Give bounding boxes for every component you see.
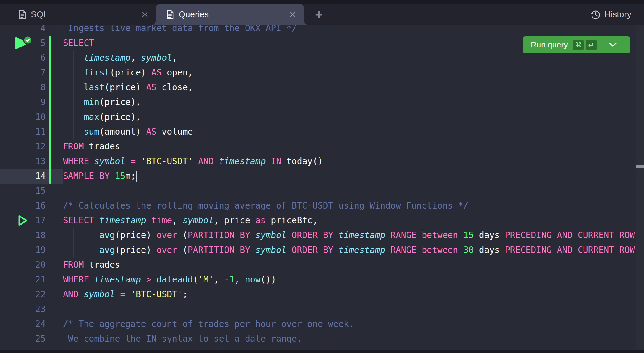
code-token xyxy=(416,230,422,240)
line-number: 6 xyxy=(0,51,46,65)
code-token: 15 xyxy=(115,171,126,181)
code-line[interactable] xyxy=(63,302,636,317)
close-icon[interactable] xyxy=(142,11,148,18)
code-line[interactable]: avg(price) over (PARTITION BY symbol ORD… xyxy=(63,243,636,258)
code-token xyxy=(214,156,219,166)
code-line[interactable]: first(price) AS open, xyxy=(63,65,636,80)
indent-guide xyxy=(94,228,94,243)
code-line[interactable]: WHERE symbol = 'BTC-USDT' AND timestamp … xyxy=(63,154,636,169)
code-line[interactable]: /* The aggregate count of trades per hou… xyxy=(63,317,636,331)
indent-guide xyxy=(63,228,63,243)
code-token: symbol xyxy=(255,230,287,240)
code-token: ORDER BY xyxy=(292,245,333,255)
code-token: between xyxy=(422,230,458,240)
code-line[interactable]: SAMPLE BY 15m; xyxy=(63,169,636,184)
code-token xyxy=(287,230,292,240)
code-line[interactable]: min(price), xyxy=(63,95,636,110)
code-token: , xyxy=(234,274,245,285)
code-line[interactable] xyxy=(63,184,636,198)
code-token xyxy=(193,156,198,166)
code-token: sum xyxy=(84,127,99,137)
code-token xyxy=(416,245,422,255)
code-token: 15 xyxy=(463,230,474,240)
code-token xyxy=(136,156,141,166)
indent-guide xyxy=(63,51,63,65)
tab-queries[interactable]: Queries xyxy=(156,4,304,25)
new-tab-button[interactable] xyxy=(311,4,326,25)
code-token: (amount) xyxy=(99,127,146,137)
code-token: timestamp xyxy=(338,245,385,255)
line-number: 13 xyxy=(0,154,46,169)
run-query-label: Run query xyxy=(531,40,568,50)
code-token: (price) xyxy=(110,67,151,78)
code-token: ; xyxy=(183,289,188,299)
code-token: AS xyxy=(146,82,157,92)
tab-sql[interactable]: SQL xyxy=(0,4,156,25)
code-line[interactable]: AND symbol = 'BTC-USDT'; xyxy=(63,287,636,302)
code-token: RANGE xyxy=(390,245,416,255)
code-token: days xyxy=(474,245,505,255)
code-token: 'M' xyxy=(198,274,214,285)
code-line[interactable]: avg(price) over (PARTITION BY symbol ORD… xyxy=(63,228,636,243)
run-marker-play-icon[interactable] xyxy=(16,213,28,229)
code-token xyxy=(94,171,99,181)
indent-guide xyxy=(73,110,74,124)
code-token: FROM xyxy=(63,141,84,152)
code-token: = xyxy=(130,156,136,166)
code-token: m; xyxy=(125,171,136,181)
code-token xyxy=(333,245,339,255)
close-icon[interactable] xyxy=(289,11,296,18)
code-token xyxy=(385,230,390,240)
vertical-scrollbar-thumb[interactable] xyxy=(636,165,644,168)
code-line[interactable]: We combine the IN syntax to set a date r… xyxy=(63,331,636,346)
code-line[interactable]: sum(amount) AS volume xyxy=(63,124,636,139)
indent-guide xyxy=(63,80,63,95)
code-token: (price) xyxy=(105,82,146,92)
code-token: /* The aggregate count of trades per hou… xyxy=(63,319,354,329)
code-token: We combine the IN syntax to set a date r… xyxy=(68,334,302,344)
code-token: AND xyxy=(198,156,214,166)
code-token: (price), xyxy=(99,97,141,107)
code-token xyxy=(250,230,255,240)
code-line[interactable]: last(price) AS close, xyxy=(63,80,636,95)
code-line[interactable]: FROM trades xyxy=(63,258,636,272)
code-line[interactable]: FROM trades xyxy=(63,139,636,154)
code-line[interactable]: SELECT timestamp time, symbol, price as … xyxy=(63,213,636,228)
history-icon xyxy=(590,9,601,20)
code-token: symbol xyxy=(255,245,287,255)
run-marker-success-icon[interactable] xyxy=(14,36,33,52)
code-token: timestamp xyxy=(338,230,385,240)
code-token: volume xyxy=(156,127,193,137)
line-number: 23 xyxy=(0,302,46,317)
tab-bar: SQL Queries xyxy=(0,0,644,25)
code-token: trades xyxy=(84,260,120,270)
line-number: 12 xyxy=(0,139,46,154)
code-token: > xyxy=(146,274,151,285)
line-number: 16 xyxy=(0,198,46,213)
line-number: 10 xyxy=(0,110,46,124)
vertical-scrollbar[interactable] xyxy=(636,25,644,350)
indent-guide xyxy=(84,228,84,243)
chevron-down-icon[interactable] xyxy=(609,42,617,47)
code-token: , xyxy=(172,53,177,63)
code-token xyxy=(287,245,292,255)
indent-guide xyxy=(84,243,84,258)
indent-guide xyxy=(73,80,74,95)
code-token: WHERE xyxy=(63,156,89,166)
cmd-keycap: ⌘ xyxy=(573,40,584,50)
code-token xyxy=(151,274,157,285)
code-token: /* Calculates the rolling moving average… xyxy=(63,201,469,211)
indent-guide xyxy=(63,331,63,346)
indent-guide xyxy=(63,243,63,258)
code-line[interactable]: /* Calculates the rolling moving average… xyxy=(63,198,636,213)
code-line[interactable]: max(price), xyxy=(63,110,636,124)
horizontal-scrollbar[interactable] xyxy=(0,350,644,353)
code-line[interactable]: WHERE timestamp > dateadd('M', -1, now()… xyxy=(63,272,636,287)
code-token: AS xyxy=(151,67,162,78)
sql-console-window: 4Ingests live market data from the OKX A… xyxy=(0,0,644,353)
code-token: PRECEDING AND CURRENT ROW xyxy=(505,230,635,240)
code-token: SELECT xyxy=(63,215,94,225)
code-token: first xyxy=(84,67,109,78)
history-button[interactable]: History xyxy=(590,4,631,25)
run-query-button[interactable]: Run query ⌘ ↵ xyxy=(523,36,630,53)
